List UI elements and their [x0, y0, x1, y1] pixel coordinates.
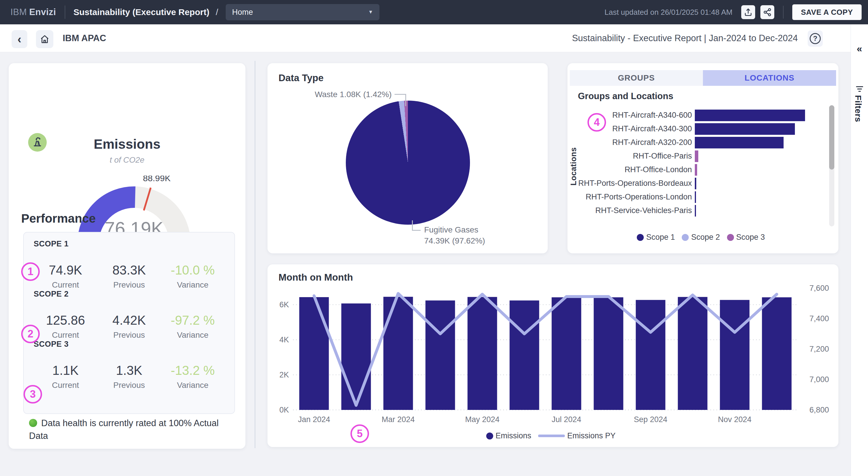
- annotation-badge-1: 1: [21, 262, 40, 281]
- scope-1-values: 74.9KCurrent 83.3KPrevious -10.0 %Varian…: [34, 263, 224, 290]
- current-label: Current: [34, 280, 97, 290]
- svg-text:7,600: 7,600: [809, 284, 829, 293]
- tab-locations[interactable]: LOCATIONS: [703, 70, 836, 86]
- brand-ibm: IBM: [10, 7, 27, 17]
- scope-3-variance: -13.2 %: [161, 363, 224, 378]
- groups-locations-card: GROUPS LOCATIONS Groups and Locations Lo…: [567, 63, 838, 253]
- expand-panel-icon[interactable]: «: [851, 43, 868, 54]
- svg-text:4K: 4K: [279, 335, 289, 344]
- page-dropdown[interactable]: Home ▼: [226, 4, 379, 20]
- scope-2-current: 125.86: [34, 313, 97, 328]
- chart-scrollbar: [829, 105, 834, 227]
- filters-label: Filters: [853, 95, 863, 122]
- current-label: Current: [34, 381, 97, 390]
- scope-3-label: SCOPE 3: [34, 340, 224, 349]
- scope-2-section: SCOPE 2 125.86Current 4.42KPrevious -97.…: [34, 290, 224, 340]
- help-icon: ?: [810, 33, 821, 44]
- location-bar-row: RHT-Aircraft-A320-200: [575, 136, 824, 149]
- legend-label: Scope 3: [736, 233, 765, 242]
- svg-text:6,800: 6,800: [809, 406, 829, 414]
- organization-name: IBM APAC: [63, 24, 106, 52]
- legend-label: Emissions: [496, 431, 531, 440]
- back-chevron-icon: ‹: [18, 33, 21, 46]
- scope3-dot-icon: [727, 234, 734, 241]
- location-bar: [695, 164, 697, 176]
- location-bar-row: RHT-Office-Paris: [575, 149, 824, 163]
- scope-1-current: 74.9K: [34, 263, 97, 277]
- previous-label: Previous: [97, 280, 161, 290]
- page-dropdown-value: Home: [232, 8, 368, 17]
- data-type-title: Data Type: [279, 72, 323, 83]
- locations-bar-chart: RHT-Aircraft-A340-600RHT-Aircraft-A340-3…: [575, 108, 824, 217]
- annotation-badge-4: 4: [587, 113, 606, 132]
- scope-1-previous: 83.3K: [97, 263, 161, 277]
- groups-locations-heading: Groups and Locations: [578, 91, 673, 101]
- scope-2-label: SCOPE 2: [34, 290, 224, 299]
- location-label: RHT-Ports-Operations-London: [575, 193, 695, 201]
- scope-1-section: SCOPE 1 74.9KCurrent 83.3KPrevious -10.0…: [34, 239, 224, 290]
- variance-label: Variance: [161, 381, 224, 390]
- breadcrumb-slash: /: [216, 7, 218, 17]
- legend-item-scope3: Scope 3: [727, 233, 765, 242]
- svg-text:2K: 2K: [279, 371, 289, 379]
- legend-item-scope1: Scope 1: [637, 233, 675, 242]
- annotation-badge-2: 2: [21, 325, 40, 343]
- location-bar: [695, 123, 795, 135]
- location-bar: [695, 137, 783, 148]
- svg-text:Mar 2024: Mar 2024: [381, 415, 414, 424]
- svg-text:May 2024: May 2024: [465, 415, 500, 424]
- page-title: Sustainability - Executive Report | Jan-…: [572, 24, 798, 52]
- location-bar-row: RHT-Office-London: [575, 163, 824, 176]
- share-button[interactable]: [761, 5, 774, 19]
- svg-text:7,000: 7,000: [809, 375, 829, 384]
- svg-text:0K: 0K: [279, 406, 289, 414]
- filters-panel-collapsed: « Filters: [850, 24, 868, 476]
- scope-2-variance: -97.2 %: [161, 313, 224, 328]
- variance-label: Variance: [161, 331, 224, 340]
- home-icon: [40, 34, 49, 44]
- top-app-bar: IBMEnvizi Sustainability (Executive Repo…: [0, 0, 868, 24]
- pie-label-fugitive: Fugitive Gases 74.39K (97.62%): [424, 225, 529, 246]
- location-bar: [695, 150, 698, 162]
- section-divider: [255, 61, 255, 448]
- scope-2-values: 125.86Current 4.42KPrevious -97.2 %Varia…: [34, 313, 224, 340]
- emissions-unit: t of CO2e: [9, 156, 245, 165]
- pie-leader-line: [395, 94, 406, 106]
- brand-logo: IBMEnvizi: [10, 7, 56, 18]
- export-button[interactable]: [741, 5, 755, 19]
- scope-3-section: SCOPE 3 1.1KCurrent 1.3KPrevious -13.2 %…: [34, 340, 224, 390]
- pie-label-fugitive-value: 74.39K (97.62%): [424, 235, 529, 246]
- location-label: RHT-Aircraft-A320-200: [575, 138, 695, 147]
- current-label: Current: [34, 331, 97, 340]
- help-button[interactable]: ?: [808, 30, 823, 47]
- chart-scrollbar-thumb[interactable]: [829, 105, 834, 170]
- back-button[interactable]: ‹: [11, 30, 27, 48]
- legend-item-emissions: Emissions: [486, 431, 531, 440]
- emissions-title: Emissions: [9, 136, 245, 152]
- filter-icon[interactable]: [855, 84, 864, 93]
- location-bar-row: RHT-Aircraft-A340-300: [575, 122, 824, 136]
- data-type-card: Data Type Waste 1.08K (1.42%) Fugitive G…: [268, 63, 548, 253]
- topbar-divider: [783, 6, 783, 19]
- data-health-text: Data health is currently rated at 100% A…: [29, 418, 219, 441]
- chevron-down-icon: ▼: [368, 9, 373, 15]
- svg-text:Jan 2024: Jan 2024: [298, 415, 330, 424]
- home-button[interactable]: [36, 30, 53, 48]
- svg-text:7,200: 7,200: [809, 345, 829, 353]
- save-a-copy-button[interactable]: SAVE A COPY: [792, 4, 862, 20]
- location-bar-row: RHT-Ports-Operations-London: [575, 190, 824, 204]
- performance-panel: SCOPE 1 74.9KCurrent 83.3KPrevious -10.0…: [23, 232, 235, 414]
- location-bar: [695, 178, 696, 189]
- svg-text:6K: 6K: [279, 300, 289, 309]
- legend-label: Emissions PY: [567, 431, 616, 440]
- legend-label: Scope 2: [691, 233, 720, 242]
- month-on-month-title: Month on Month: [279, 272, 353, 283]
- previous-label: Previous: [97, 381, 161, 390]
- pie-label-waste: Waste 1.08K (1.42%): [305, 90, 392, 99]
- location-label: RHT-Ports-Operations-Bordeaux: [575, 179, 695, 188]
- month-on-month-card: Month on Month 0K2K4K6K6,8007,0007,2007,…: [268, 264, 838, 447]
- legend-item-emissions-py: Emissions PY: [538, 431, 616, 440]
- performance-title: Performance: [21, 212, 96, 226]
- report-name: Sustainability (Executive Report): [73, 7, 209, 17]
- tab-groups[interactable]: GROUPS: [570, 70, 703, 86]
